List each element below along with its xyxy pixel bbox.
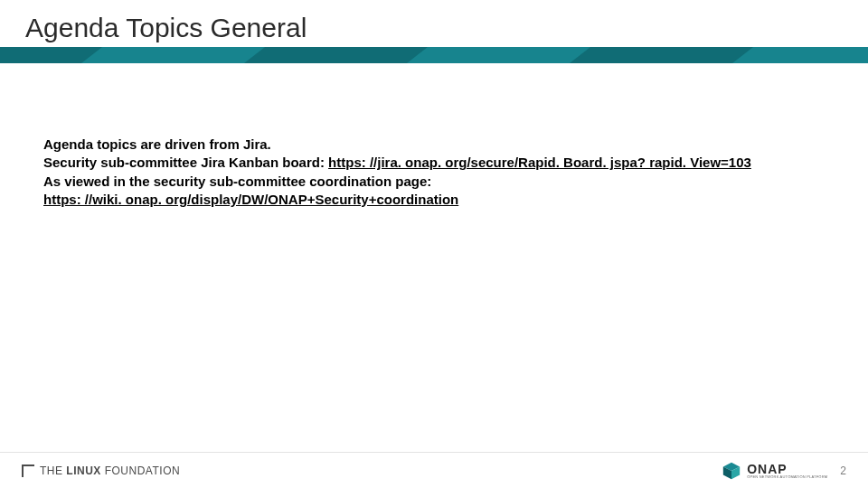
onap-text: ONAP OPEN NETWORK AUTOMATION PLATFORM: [747, 463, 827, 479]
onap-logo: ONAP OPEN NETWORK AUTOMATION PLATFORM: [722, 461, 827, 481]
body-line-4: https: //wiki. onap. org/display/DW/ONAP…: [43, 191, 825, 209]
onap-name: ONAP: [747, 463, 827, 475]
body-line-1: Agenda topics are driven from Jira.: [43, 136, 825, 154]
footer-right: ONAP OPEN NETWORK AUTOMATION PLATFORM 2: [722, 461, 846, 481]
linux-foundation-logo: THE LINUX FOUNDATION: [22, 465, 180, 477]
lf-square-icon: [22, 465, 34, 477]
body-line-2-prefix: Security sub-committee Jira Kanban board…: [43, 155, 328, 170]
body-line-3: As viewed in the security sub-committee …: [43, 173, 825, 191]
lf-the: THE: [40, 465, 63, 477]
body-line-2: Security sub-committee Jira Kanban board…: [43, 154, 825, 172]
jira-board-link[interactable]: https: //jira. onap. org/secure/Rapid. B…: [328, 155, 751, 170]
page-number: 2: [840, 465, 846, 477]
slide-body: Agenda topics are driven from Jira. Secu…: [43, 136, 825, 209]
lf-linux: LINUX: [66, 465, 101, 477]
onap-tagline: OPEN NETWORK AUTOMATION PLATFORM: [747, 475, 827, 479]
onap-cube-icon: [722, 461, 741, 481]
lf-text: THE LINUX FOUNDATION: [40, 465, 180, 477]
slide-title: Agenda Topics General: [25, 13, 307, 43]
footer: THE LINUX FOUNDATION ONAP OPEN NETWORK A…: [0, 452, 868, 488]
wiki-coordination-link[interactable]: https: //wiki. onap. org/display/DW/ONAP…: [43, 192, 458, 207]
lf-foundation: FOUNDATION: [105, 465, 180, 477]
